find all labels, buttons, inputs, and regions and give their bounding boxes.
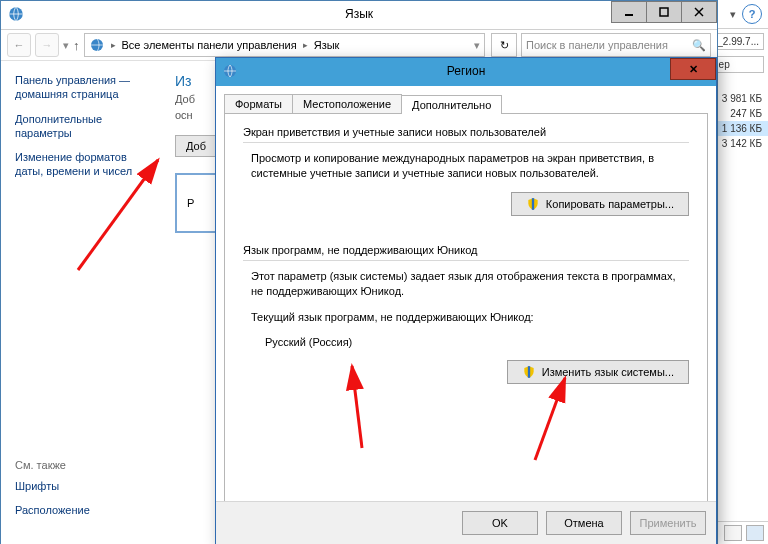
region-dialog: Регион ✕ Форматы Местоположение Дополнит…: [215, 57, 717, 544]
sidebar-item-advanced[interactable]: Дополнительные параметры: [15, 112, 143, 141]
tab-panel-advanced: Экран приветствия и учетные записи новых…: [224, 113, 708, 537]
current-locale-value: Русский (Россия): [265, 335, 689, 350]
group-nonunicode-text: Этот параметр (язык системы) задает язык…: [251, 269, 689, 300]
svg-rect-2: [660, 8, 668, 16]
breadcrumb[interactable]: Язык: [314, 39, 340, 51]
control-panel-icon: [89, 37, 105, 53]
globe-icon: [222, 63, 238, 79]
back-button[interactable]: ←: [7, 33, 31, 57]
search-icon: 🔍: [692, 39, 706, 52]
dialog-close-button[interactable]: ✕: [670, 58, 716, 80]
view-icon-1[interactable]: [724, 525, 742, 541]
dialog-titlebar: Регион ✕: [216, 58, 716, 86]
group-welcome-text: Просмотр и копирование международных пар…: [251, 151, 689, 182]
change-system-locale-button[interactable]: Изменить язык системы...: [507, 360, 689, 384]
sidebar-item-fonts[interactable]: Шрифты: [15, 479, 143, 493]
recent-locations-icon[interactable]: ▾: [63, 39, 69, 52]
tab-advanced[interactable]: Дополнительно: [401, 95, 502, 114]
sidebar-footer-header: См. также: [15, 459, 143, 471]
sidebar-item-home[interactable]: Панель управления — домашняя страница: [15, 73, 143, 102]
sidebar-item-location[interactable]: Расположение: [15, 503, 143, 517]
sidebar-item-formats[interactable]: Изменение форматов даты, времени и чисел: [15, 150, 143, 179]
tab-formats[interactable]: Форматы: [224, 94, 293, 113]
chevron-down-icon[interactable]: ▾: [474, 39, 480, 52]
dialog-footer: OK Отмена Применить: [216, 501, 716, 544]
group-welcome-title: Экран приветствия и учетные записи новых…: [243, 126, 689, 138]
window-title: Язык: [345, 7, 373, 21]
chevron-right-icon: ▸: [301, 40, 310, 50]
chevron-right-icon: ▸: [109, 40, 118, 50]
group-nonunicode-title: Язык программ, не поддерживающих Юникод: [243, 244, 689, 256]
copy-settings-button[interactable]: Копировать параметры...: [511, 192, 689, 216]
tab-strip: Форматы Местоположение Дополнительно: [224, 94, 708, 113]
close-button[interactable]: [681, 1, 717, 23]
breadcrumb[interactable]: Все элементы панели управления: [122, 39, 297, 51]
uac-shield-icon: [522, 365, 536, 379]
cancel-button[interactable]: Отмена: [546, 511, 622, 535]
search-input[interactable]: Поиск в панели управления 🔍: [521, 33, 711, 57]
view-icon-2[interactable]: [746, 525, 764, 541]
help-icon[interactable]: ?: [742, 4, 762, 24]
current-locale-label: Текущий язык программ, не поддерживающих…: [251, 310, 689, 325]
add-language-button[interactable]: Доб: [175, 135, 217, 157]
tab-location[interactable]: Местоположение: [292, 94, 402, 113]
forward-button[interactable]: →: [35, 33, 59, 57]
sidebar: Панель управления — домашняя страница До…: [1, 61, 157, 544]
apply-button[interactable]: Применить: [630, 511, 706, 535]
up-button[interactable]: ↑: [73, 38, 80, 53]
control-panel-icon: [7, 5, 25, 23]
uac-shield-icon: [526, 197, 540, 211]
ok-button[interactable]: OK: [462, 511, 538, 535]
dialog-title: Регион: [447, 64, 486, 78]
chevron-down-icon[interactable]: ▾: [730, 8, 736, 21]
minimize-button[interactable]: [611, 1, 647, 23]
maximize-button[interactable]: [646, 1, 682, 23]
address-bar[interactable]: ▸ Все элементы панели управления ▸ Язык …: [84, 33, 486, 57]
search-placeholder: Поиск в панели управления: [526, 39, 668, 51]
refresh-button[interactable]: ↻: [491, 33, 517, 57]
